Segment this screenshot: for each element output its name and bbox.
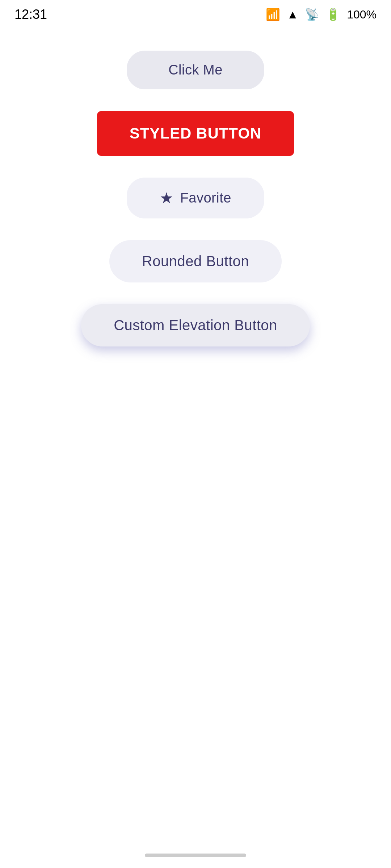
- bottom-bar: [145, 854, 246, 857]
- status-time: 12:31: [14, 7, 47, 22]
- main-content: Click Me Styled Button ★ Favorite Rounde…: [0, 29, 391, 346]
- custom-elevation-button[interactable]: Custom Elevation Button: [81, 304, 310, 346]
- click-me-button[interactable]: Click Me: [127, 51, 264, 89]
- star-icon: ★: [160, 189, 174, 207]
- favorite-button-label: Favorite: [180, 190, 231, 206]
- favorite-button[interactable]: ★ Favorite: [127, 178, 264, 218]
- sim-icon: 📶: [266, 8, 280, 21]
- battery-icon: 🔋: [326, 8, 340, 21]
- status-icons: 📶 ▲ 📡 🔋 100%: [266, 8, 377, 21]
- rounded-button[interactable]: Rounded Button: [109, 240, 282, 282]
- styled-button[interactable]: Styled Button: [97, 111, 294, 156]
- status-bar: 12:31 📶 ▲ 📡 🔋 100%: [0, 0, 391, 29]
- signal-icon: 📡: [305, 8, 319, 21]
- battery-percent: 100%: [347, 8, 377, 21]
- wifi-icon: ▲: [287, 8, 298, 21]
